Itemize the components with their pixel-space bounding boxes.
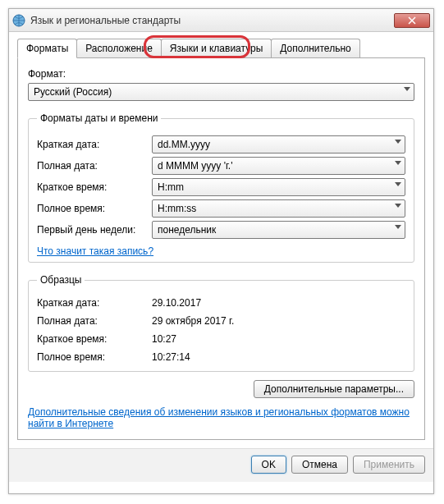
sample-short-date-label: Краткая дата: — [37, 297, 152, 309]
short-time-label: Краткое время: — [37, 181, 152, 193]
tab-advanced[interactable]: Дополнительно — [271, 39, 359, 57]
short-time-dropdown[interactable]: H:mm — [152, 178, 405, 196]
sample-short-time-value: 10:27 — [152, 333, 176, 345]
datetime-formats-group: Форматы даты и времени Краткая дата: dd.… — [28, 112, 414, 263]
tab-panel: Формат: Русский (Россия) Форматы даты и … — [17, 57, 425, 440]
format-value: Русский (Россия) — [34, 86, 112, 98]
notation-help-link[interactable]: Что значит такая запись? — [37, 245, 153, 257]
long-date-label: Полная дата: — [37, 160, 152, 172]
dialog-buttons: OK Отмена Применить — [9, 448, 433, 482]
first-day-label: Первый день недели: — [37, 224, 152, 236]
long-date-dropdown[interactable]: d MMMM yyyy 'г.' — [152, 157, 405, 175]
long-time-label: Полное время: — [37, 203, 152, 214]
chevron-down-icon — [395, 140, 401, 144]
sample-long-time-label: Полное время: — [37, 351, 152, 363]
chevron-down-icon — [395, 182, 401, 186]
online-help-link[interactable]: Дополнительные сведения об изменении язы… — [28, 406, 410, 429]
format-label: Формат: — [28, 68, 414, 80]
close-button[interactable] — [394, 13, 430, 28]
long-time-value: H:mm:ss — [158, 203, 196, 214]
apply-button[interactable]: Применить — [353, 456, 425, 474]
short-date-label: Краткая дата: — [37, 139, 152, 150]
titlebar: Язык и региональные стандарты — [9, 9, 433, 32]
tab-bar: Форматы Расположение Языки и клавиатуры … — [17, 39, 425, 57]
first-day-dropdown[interactable]: понедельник — [152, 221, 405, 239]
samples-legend: Образцы — [37, 274, 85, 286]
first-day-value: понедельник — [158, 224, 216, 236]
ok-button[interactable]: OK — [251, 456, 286, 474]
sample-long-time-value: 10:27:14 — [152, 351, 190, 363]
sample-long-date-value: 29 октября 2017 г. — [152, 315, 234, 327]
tab-keyboards[interactable]: Языки и клавиатуры — [161, 39, 272, 57]
window-title: Язык и региональные стандарты — [30, 15, 394, 26]
sample-short-time-label: Краткое время: — [37, 333, 152, 345]
datetime-legend: Форматы даты и времени — [37, 112, 161, 124]
chevron-down-icon — [395, 204, 401, 208]
long-date-value: d MMMM yyyy 'г.' — [158, 160, 233, 172]
short-date-value: dd.MM.yyyy — [158, 139, 210, 150]
close-icon — [408, 16, 416, 25]
sample-long-date-label: Полная дата: — [37, 315, 152, 327]
long-time-dropdown[interactable]: H:mm:ss — [152, 199, 405, 218]
cancel-button[interactable]: Отмена — [291, 456, 348, 474]
chevron-down-icon — [404, 87, 410, 91]
short-time-value: H:mm — [158, 181, 184, 193]
tab-location[interactable]: Расположение — [76, 39, 162, 57]
window: Язык и региональные стандарты Форматы Ра… — [8, 8, 434, 494]
samples-group: Образцы Краткая дата: 29.10.2017 Полная … — [28, 274, 414, 372]
short-date-dropdown[interactable]: dd.MM.yyyy — [152, 135, 405, 153]
chevron-down-icon — [395, 161, 401, 165]
format-dropdown[interactable]: Русский (Россия) — [28, 83, 414, 101]
sample-short-date-value: 29.10.2017 — [152, 297, 201, 309]
globe-icon — [12, 14, 25, 27]
chevron-down-icon — [395, 225, 401, 229]
tab-formats[interactable]: Форматы — [17, 39, 77, 58]
additional-settings-button[interactable]: Дополнительные параметры... — [254, 380, 414, 398]
